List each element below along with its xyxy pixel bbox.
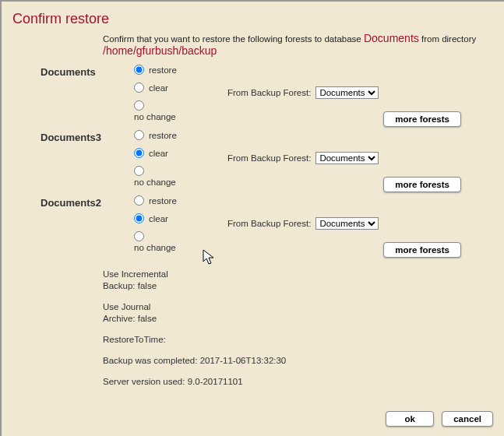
- backup-forest-select[interactable]: Documents: [315, 152, 379, 164]
- backup-forest-label: From Backup Forest:: [227, 88, 311, 97]
- restore-to-time: RestoreToTime:: [103, 334, 493, 346]
- more-forests-button[interactable]: more forests: [383, 111, 461, 127]
- intro-directory: /home/gfurbush/backup: [103, 44, 217, 57]
- radio-nochange-label: no change: [134, 178, 176, 187]
- radio-restore[interactable]: restore: [134, 65, 227, 75]
- intro-middle: from directory: [419, 34, 477, 44]
- radio-restore-input[interactable]: [134, 195, 144, 206]
- intro-text: Confirm that you want to restore the fol…: [2, 32, 504, 65]
- radio-nochange-label: no change: [134, 243, 176, 252]
- radio-clear-input[interactable]: [134, 148, 144, 158]
- cancel-button[interactable]: cancel: [442, 411, 493, 427]
- page-title: Confirm restore: [2, 2, 504, 32]
- radio-clear[interactable]: clear: [134, 148, 227, 158]
- journal-label: Use Journal: [103, 302, 150, 311]
- more-forests-button[interactable]: more forests: [383, 177, 461, 192]
- forest-row: Documents3 restore clear no change From …: [41, 130, 504, 192]
- radio-clear-label: clear: [149, 149, 168, 158]
- radio-nochange-input[interactable]: [134, 100, 144, 111]
- incremental-value: Backup: false: [103, 281, 157, 290]
- forest-name: Documents2: [41, 195, 134, 209]
- radio-clear-input[interactable]: [134, 83, 144, 93]
- radio-restore-input[interactable]: [134, 65, 144, 75]
- radio-restore-label: restore: [149, 131, 177, 140]
- radio-restore-label: restore: [149, 65, 177, 75]
- radio-nochange[interactable]: no change: [134, 100, 227, 121]
- forest-row: Documents2 restore clear no change From …: [41, 195, 504, 258]
- radio-nochange-input[interactable]: [134, 231, 144, 241]
- incremental-label: Use Incremental: [103, 269, 168, 279]
- backup-forest-select[interactable]: Documents: [315, 217, 379, 230]
- backup-forest-select[interactable]: Documents: [315, 86, 379, 99]
- forest-name: Documents3: [41, 130, 134, 143]
- radio-clear[interactable]: clear: [134, 83, 227, 93]
- journal-value: Archive: false: [103, 314, 157, 323]
- backup-forest-label: From Backup Forest:: [227, 219, 311, 228]
- intro-prefix: Confirm that you want to restore the fol…: [103, 34, 364, 44]
- intro-database: Documents: [364, 32, 419, 44]
- ok-button[interactable]: ok: [386, 411, 434, 427]
- backup-forest-label: From Backup Forest:: [227, 153, 311, 163]
- radio-restore[interactable]: restore: [134, 130, 227, 140]
- forest-row: Documents restore clear no change From B…: [41, 65, 504, 127]
- radio-restore[interactable]: restore: [134, 195, 227, 206]
- radio-restore-input[interactable]: [134, 130, 144, 140]
- radio-clear[interactable]: clear: [134, 213, 227, 223]
- radio-clear-input[interactable]: [134, 213, 144, 223]
- radio-restore-label: restore: [149, 196, 177, 206]
- radio-nochange-input[interactable]: [134, 166, 144, 176]
- server-version: Server version used: 9.0-20171101: [103, 376, 493, 388]
- radio-clear-label: clear: [149, 214, 168, 223]
- forest-name: Documents: [41, 65, 134, 78]
- radio-nochange-label: no change: [134, 112, 176, 121]
- radio-nochange[interactable]: no change: [134, 231, 227, 252]
- radio-clear-label: clear: [149, 83, 168, 93]
- radio-nochange[interactable]: no change: [134, 166, 227, 187]
- backup-completed: Backup was completed: 2017-11-06T13:32:3…: [103, 355, 493, 367]
- info-block: Use Incremental Backup: false Use Journa…: [2, 261, 504, 388]
- more-forests-button[interactable]: more forests: [383, 242, 461, 258]
